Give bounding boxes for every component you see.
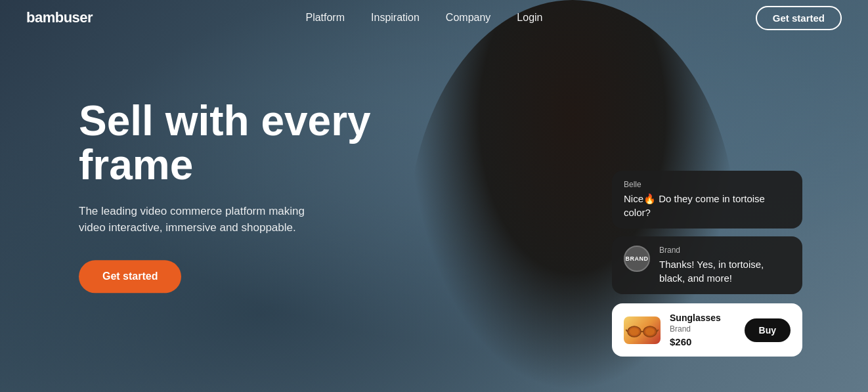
product-card: Sunglasses Brand $260 Buy: [612, 303, 802, 357]
product-price: $260: [670, 336, 735, 347]
hero-section: bambuser Platform Inspiration Company Lo…: [0, 0, 868, 392]
nav-inspiration[interactable]: Inspiration: [371, 12, 420, 23]
product-brand: Brand: [670, 324, 735, 334]
buy-button[interactable]: Buy: [745, 318, 791, 342]
nav-login[interactable]: Login: [517, 12, 542, 23]
nav-get-started-button[interactable]: Get started: [756, 6, 842, 30]
hero-subtitle: The leading video commerce platform maki…: [79, 203, 328, 236]
nav-platform[interactable]: Platform: [305, 12, 345, 23]
hero-title: Sell with every frame: [79, 99, 420, 187]
svg-line-4: [657, 330, 659, 332]
navbar: bambuser Platform Inspiration Company Lo…: [0, 0, 868, 35]
chat-message-brand: Thanks! Yes, in tortoise, black, and mor…: [659, 257, 791, 285]
chat-bubble-belle: Belle Nice🔥 Do they come in tortoise col…: [612, 171, 802, 229]
hero-get-started-button[interactable]: Get started: [79, 260, 181, 293]
nav-links: Platform Inspiration Company Login: [305, 12, 542, 24]
svg-line-3: [626, 330, 628, 332]
chat-message-belle: Nice🔥 Do they come in tortoise color?: [624, 192, 791, 219]
hero-content: Sell with every frame The leading video …: [79, 99, 420, 293]
brand-bubble-text: Brand Thanks! Yes, in tortoise, black, a…: [659, 246, 791, 285]
brand-name-label: Brand: [659, 246, 791, 255]
product-name: Sunglasses: [670, 313, 735, 323]
product-image: [624, 316, 661, 344]
nav-company[interactable]: Company: [446, 12, 490, 23]
chat-overlay: Belle Nice🔥 Do they come in tortoise col…: [612, 171, 802, 357]
sunglasses-icon: [626, 320, 659, 340]
chat-username-belle: Belle: [624, 180, 791, 189]
chat-bubble-brand: BRAND Brand Thanks! Yes, in tortoise, bl…: [612, 236, 802, 294]
svg-point-5: [630, 328, 639, 335]
logo[interactable]: bambuser: [26, 9, 93, 26]
brand-avatar: BRAND: [624, 246, 650, 272]
product-info: Sunglasses Brand $260: [670, 313, 735, 347]
svg-point-6: [645, 328, 655, 335]
